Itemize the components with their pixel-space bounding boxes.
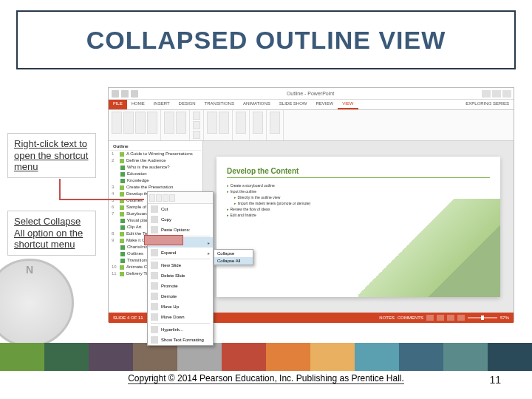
page-number: 11 xyxy=(489,374,501,386)
powerpoint-window: Outline - PowerPoint FILE HOME INSERT DE… xyxy=(108,87,514,322)
notes-button[interactable]: NOTES xyxy=(379,316,395,320)
promote-icon xyxy=(151,282,158,290)
outline-pane[interactable]: Outline 1A Guide to Winning Presentation… xyxy=(109,141,203,313)
sorter-view-icon[interactable] xyxy=(437,315,444,321)
slideshow-view-icon[interactable] xyxy=(457,315,465,321)
workspace: Outline 1A Guide to Winning Presentation… xyxy=(109,141,514,313)
explorer-label: Exploring Series xyxy=(461,100,514,109)
bold-button[interactable] xyxy=(163,194,168,202)
demote-icon xyxy=(151,293,158,300)
mini-toolbar xyxy=(148,192,203,204)
notes-page-button[interactable] xyxy=(147,112,157,134)
new-slide-icon xyxy=(151,262,158,269)
outline-view-button[interactable] xyxy=(123,112,134,134)
window-title: Outline - PowerPoint xyxy=(141,91,480,96)
handout-master-button[interactable] xyxy=(176,112,186,134)
fit-window-button[interactable] xyxy=(219,112,229,134)
menu-move-up[interactable]: Move Up xyxy=(148,301,203,312)
delete-icon xyxy=(151,272,158,279)
cut-icon xyxy=(151,205,158,213)
normal-view-icon[interactable] xyxy=(426,315,434,321)
menu-promote[interactable]: Promote xyxy=(148,281,203,291)
tab-animations[interactable]: ANIMATIONS xyxy=(239,100,275,109)
tab-view[interactable]: VIEW xyxy=(338,100,358,109)
tab-slideshow[interactable]: SLIDE SHOW xyxy=(275,100,312,109)
slide-title: COLLAPSED OUTLINE VIEW xyxy=(86,26,446,55)
callout-right-click: Right-click text to open the shortcut me… xyxy=(7,133,96,178)
outline-subitem: Education xyxy=(110,171,201,177)
maximize-icon[interactable] xyxy=(492,90,501,98)
copyright-text: Copyright © 2014 Pearson Education, Inc.… xyxy=(128,373,404,384)
tab-transitions[interactable]: TRANSITIONS xyxy=(200,100,239,109)
tab-review[interactable]: REVIEW xyxy=(312,100,338,109)
context-menu: Cut Copy Paste Options: Collapse▸ Expand… xyxy=(147,191,203,313)
ribbon xyxy=(109,110,514,141)
comments-button[interactable]: COMMENTS xyxy=(398,316,423,320)
title-bar: Outline - PowerPoint xyxy=(109,88,514,100)
callout-collapse-all: Select Collapse All option on the shortc… xyxy=(7,211,96,256)
copy-icon xyxy=(151,216,158,223)
outline-item: 1A Guide to Winning Presentations xyxy=(110,151,201,157)
tab-file[interactable]: FILE xyxy=(109,100,127,109)
macros-button[interactable] xyxy=(270,112,280,134)
redo-icon[interactable] xyxy=(131,90,138,98)
outline-subitem: Who is the audience? xyxy=(110,164,201,171)
italic-button[interactable] xyxy=(169,194,175,202)
menu-move-down[interactable]: Move Down xyxy=(148,312,203,313)
outline-header: Outline xyxy=(110,143,201,151)
menu-expand[interactable]: Expand▸ xyxy=(148,248,203,258)
font-size-dropdown[interactable] xyxy=(156,194,162,202)
outline-item: 2Define the Audience xyxy=(110,157,201,164)
menu-new-slide[interactable]: New Slide xyxy=(148,260,203,270)
color-band xyxy=(0,343,532,371)
zoom-button[interactable] xyxy=(207,112,217,134)
minimize-icon[interactable] xyxy=(482,90,491,98)
gridlines-checkbox[interactable] xyxy=(193,121,200,129)
copyright-bar: Copyright © 2014 Pearson Education, Inc.… xyxy=(0,372,532,386)
tab-insert[interactable]: INSERT xyxy=(149,100,174,109)
slide-editor: Develop the Content Create a storyboard … xyxy=(203,141,514,313)
zoom-level[interactable]: 57% xyxy=(500,316,509,320)
slide-master-button[interactable] xyxy=(164,112,174,134)
font-dropdown[interactable] xyxy=(149,194,155,202)
tab-home[interactable]: HOME xyxy=(127,100,149,109)
expand-icon xyxy=(151,249,158,256)
connector-highlight xyxy=(144,235,183,245)
menu-cut[interactable]: Cut xyxy=(148,204,203,214)
zoom-slider[interactable] xyxy=(468,317,497,318)
menu-copy[interactable]: Copy xyxy=(148,214,203,225)
window-controls xyxy=(480,90,514,98)
menu-demote[interactable]: Demote xyxy=(148,291,203,301)
menu-delete-slide[interactable]: Delete Slide xyxy=(148,270,203,281)
slide-heading[interactable]: Develop the Content xyxy=(227,167,490,178)
connector xyxy=(59,179,61,199)
slide-sorter-button[interactable] xyxy=(135,112,146,134)
move-up-icon xyxy=(151,303,158,310)
new-window-button[interactable] xyxy=(253,112,263,134)
undo-icon[interactable] xyxy=(121,90,129,98)
normal-view-button[interactable] xyxy=(112,112,122,134)
slide-background-graphic xyxy=(358,199,500,297)
tab-design[interactable]: DESIGN xyxy=(174,100,200,109)
guides-checkbox[interactable] xyxy=(193,131,200,139)
paste-icon xyxy=(151,226,158,233)
menu-paste[interactable]: Paste Options: xyxy=(148,225,203,235)
ribbon-tabs: FILE HOME INSERT DESIGN TRANSITIONS ANIM… xyxy=(109,100,514,110)
quick-access-toolbar xyxy=(109,90,141,98)
title-box: COLLAPSED OUTLINE VIEW xyxy=(16,10,516,69)
slide-canvas[interactable]: Develop the Content Create a storyboard … xyxy=(216,157,500,297)
save-icon[interactable] xyxy=(112,90,119,98)
compass-decoration: N xyxy=(0,259,74,347)
color-button[interactable] xyxy=(236,112,246,134)
ruler-checkbox[interactable] xyxy=(193,112,200,120)
outline-subitem: Knowledge xyxy=(110,177,201,184)
outline-item: 3Create the Presentation xyxy=(110,184,201,191)
connector xyxy=(59,199,144,200)
close-icon[interactable] xyxy=(502,90,511,98)
reading-view-icon[interactable] xyxy=(447,315,454,321)
